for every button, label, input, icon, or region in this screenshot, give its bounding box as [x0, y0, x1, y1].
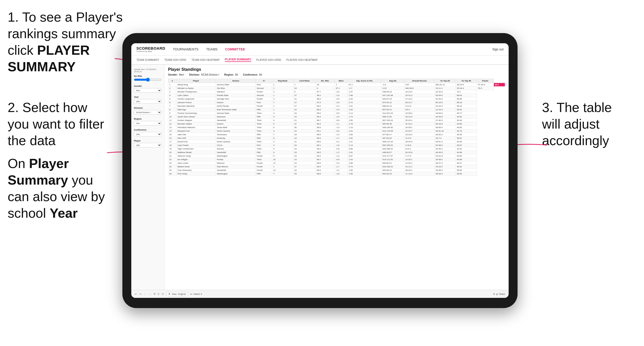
table-cell: 40.56	[456, 154, 477, 158]
copy-btn[interactable]: ⧉	[154, 293, 155, 295]
sidebar-player-label: Player	[134, 140, 162, 142]
table-cell: 698-54-13	[381, 104, 404, 108]
table-cell: 387-133-16	[381, 119, 404, 122]
table-cell: 7	[272, 172, 293, 176]
table-cell: Arizona State	[216, 112, 255, 115]
table-cell: -1.7	[335, 136, 347, 140]
table-cell: -1.2	[335, 169, 347, 172]
table-cell: 17-14-2	[404, 172, 434, 176]
back-btn[interactable]: ←	[144, 293, 146, 295]
table-cell: -2.5	[335, 97, 347, 101]
sidebar-no-rds: No Rds.	[134, 75, 162, 82]
table-cell: 1	[272, 108, 293, 112]
table-cell: Fifth	[255, 108, 272, 112]
nav-teams[interactable]: TEAMS	[206, 47, 218, 51]
table-cell: 14-3-3	[404, 104, 434, 108]
sidebar-gender-select[interactable]: Men	[134, 88, 162, 93]
undo-btn[interactable]: ↩	[135, 293, 137, 295]
table-cell: 44.92	[456, 115, 477, 119]
table-cell: 24-10-4	[434, 104, 456, 108]
subnav-player-summary[interactable]: PLAYER SUMMARY	[225, 58, 251, 62]
table-cell: 38.54	[456, 136, 477, 140]
col-num: #	[168, 79, 176, 83]
filter-conference-label: Conference:	[243, 73, 258, 76]
table-cell: 1.47	[347, 90, 381, 94]
no-rds-slider[interactable]	[134, 78, 162, 81]
table-cell: 562-82-23	[381, 172, 404, 176]
table-cell: 68.4	[316, 115, 335, 119]
table-cell: 67.5	[316, 101, 335, 104]
table-cell: -2.7	[347, 87, 381, 90]
table-cell: 1	[272, 94, 293, 97]
share-label: Share	[499, 293, 505, 295]
subnav-team-summary[interactable]: TEAM SUMMARY	[136, 58, 159, 61]
main-content: Update time: 27/03/2024 16:56:26 No Rds.…	[131, 65, 509, 290]
watch-btn[interactable]: 👀 Watch ▾	[190, 293, 202, 295]
table-cell: 0	[316, 87, 335, 90]
table-row: 25Cole SherwoodVanderbiltFourth122369.3-…	[168, 169, 505, 172]
share-area: ⬇ 🖨 Share	[493, 293, 505, 295]
table-cell: 25-22-1	[404, 119, 434, 122]
table-cell: 68.2	[316, 94, 335, 97]
table-cell: 37	[293, 122, 316, 126]
instruction-2-text: 2. Select how you want to filter the dat…	[8, 100, 104, 148]
table-cell: 23	[293, 169, 316, 172]
table-cell: -1.5	[335, 115, 347, 119]
view-original-btn[interactable]: 👁 View: Original	[166, 292, 187, 296]
sidebar-conference-select[interactable]: (All)	[134, 132, 162, 136]
col-overall: Overall Record	[404, 79, 434, 83]
table-cell: 6	[168, 101, 176, 104]
table-cell: Second	[255, 94, 272, 97]
table-cell: Fourth	[255, 154, 272, 158]
table-cell: 0.96	[347, 147, 381, 151]
table-row: 7Nicholas GabrelcikNorth FloridaFourth12…	[168, 104, 505, 108]
subnav-team-h2h-grid[interactable]: TEAM H2H GRID	[164, 58, 186, 61]
table-cell: Ole Miss	[216, 87, 255, 90]
sidebar-player-select[interactable]: (All)	[134, 143, 162, 147]
table-cell: 18	[168, 144, 176, 147]
table-cell: 27-10-2	[404, 97, 434, 101]
table-cell: 18	[293, 133, 316, 136]
table-cell: -1.0	[335, 126, 347, 129]
forward-btn[interactable]: →	[149, 293, 151, 295]
sign-out-link[interactable]: Sign out	[492, 48, 504, 51]
nav-tournaments[interactable]: TOURNAMENTS	[173, 47, 198, 51]
table-cell: -2.5	[335, 108, 347, 112]
table-cell: First	[255, 101, 272, 104]
download-btn[interactable]: ⬇	[493, 293, 495, 295]
subnav-team-h2h-heatmap[interactable]: TEAM H2H HEATMAP	[191, 58, 220, 61]
print-btn[interactable]: 🖨	[496, 293, 498, 295]
table-cell: 440-26-8	[404, 87, 434, 90]
sidebar-division-select[interactable]: NCAA Division I	[134, 110, 162, 115]
table-cell: 1.65	[347, 169, 381, 172]
table-cell: -0.2	[335, 140, 347, 144]
nav-committee[interactable]: COMMITTEE	[225, 47, 245, 51]
table-cell: 1.47	[347, 140, 381, 144]
sub-nav: TEAM SUMMARY TEAM H2H GRID TEAM H2H HEAT…	[131, 56, 509, 65]
share-btn[interactable]: Share	[499, 293, 505, 295]
instruction-3: 3. The table will adjust accordingly	[542, 99, 634, 149]
table-cell: 18	[293, 87, 316, 90]
table-cell: Auburn	[216, 122, 255, 126]
table-row: 24Bastien AmatNew MexicoFourth12769.4-1.…	[168, 165, 505, 169]
table-cell: Fifth	[255, 151, 272, 154]
table-cell: 24	[168, 165, 176, 169]
table-cell: 26-27-2	[434, 161, 456, 165]
paste-btn[interactable]: ⎘	[158, 293, 159, 295]
sidebar-region-select[interactable]: N/A	[134, 121, 162, 126]
subnav-player-h2h-heatmap[interactable]: PLAYER H2H HEATMAP	[286, 58, 318, 61]
filter-region-label: Region:	[224, 73, 234, 76]
table-cell: 24	[293, 112, 316, 115]
redo-btn[interactable]: ↪	[139, 293, 141, 295]
table-cell: 50-18-6	[434, 122, 456, 126]
table-cell: 17	[168, 140, 176, 144]
table-cell: 50-19-9	[434, 101, 456, 104]
table-cell: -3.2	[381, 83, 404, 87]
instruction-1: 1. To see a Player's rankings summary cl…	[8, 9, 130, 75]
clock-btn[interactable]: ⏱	[162, 293, 164, 295]
table-cell: Preston Summerhays	[176, 112, 216, 115]
table-cell: 10	[168, 115, 176, 119]
sidebar-year-select[interactable]: (All)	[134, 99, 162, 104]
subnav-player-h2h-grid[interactable]: PLAYER H2H GRID	[256, 58, 281, 61]
table-cell: -1.5	[335, 133, 347, 136]
